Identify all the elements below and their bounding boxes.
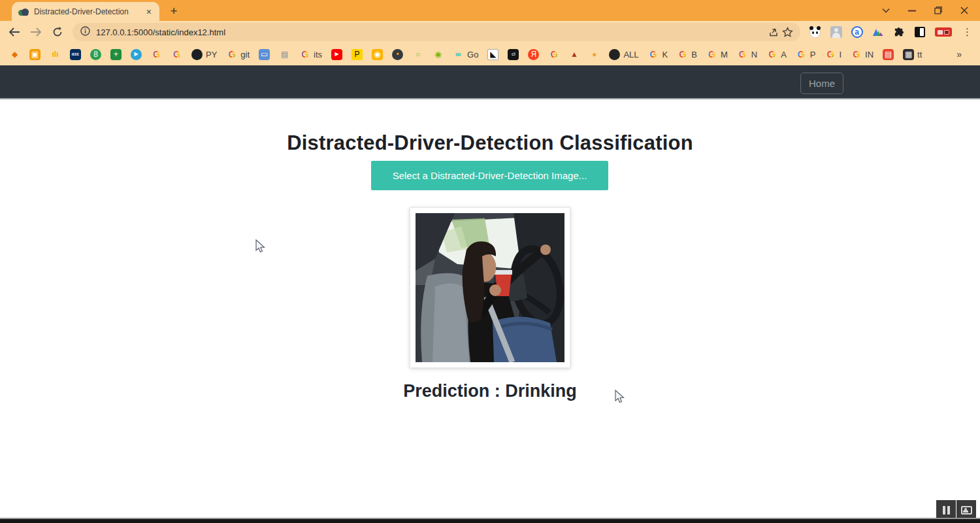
url-text[interactable]: 127.0.0.1:5000/static/index12.html [96, 27, 225, 37]
taskbar-edge [0, 518, 980, 523]
close-icon[interactable] [959, 5, 970, 16]
number8-icon: 8 [90, 49, 101, 60]
bookmark-item[interactable]: + [110, 49, 122, 60]
share-icon[interactable] [768, 25, 781, 39]
browser-tab[interactable]: Distracted-Driver-Detection × [12, 2, 159, 21]
bookmark-item[interactable]: GB [677, 49, 697, 60]
tab-close-icon[interactable]: × [144, 7, 154, 17]
bookmark-item[interactable]: ▶ [331, 49, 342, 60]
driver-drinking-photo [410, 207, 570, 368]
bookmark-item[interactable]: GP [796, 49, 816, 60]
bookmark-item[interactable]: G [171, 49, 182, 60]
bookmark-item[interactable]: ▲ [568, 49, 580, 60]
docs-red-icon: ▤ [883, 49, 894, 60]
bookmark-item[interactable]: GN [737, 49, 757, 60]
bookmark-item[interactable]: ALL [609, 49, 638, 60]
new-tab-button[interactable]: + [166, 3, 182, 19]
ring-icon: ○ [412, 49, 423, 60]
ticker-icon[interactable] [934, 26, 953, 39]
minimize-icon[interactable] [907, 5, 917, 16]
bookmark-item[interactable]: ▤ [883, 49, 894, 60]
godaddy-icon: ∞ [453, 49, 464, 60]
bookmark-label: K [662, 50, 668, 59]
picture-in-picture-icon[interactable] [956, 500, 976, 520]
mouse-cursor [615, 390, 625, 404]
google-icon: G [151, 49, 162, 60]
bookmark-item[interactable]: ılı [50, 49, 61, 60]
parking-icon: P [351, 49, 363, 60]
forward-icon[interactable] [29, 25, 42, 39]
select-image-button[interactable]: Select a Distracted-Driver-Detection Ima… [371, 161, 608, 190]
bookmark-item[interactable]: ▦tt [903, 49, 922, 60]
bookmark-item[interactable]: ○ [412, 49, 423, 60]
bookmark-item[interactable]: GM [706, 49, 728, 60]
printer-icon: ▤ [279, 49, 290, 60]
bookmark-label: tt [917, 50, 922, 59]
bookmark-item[interactable]: ▤ [279, 49, 290, 60]
bookmark-item[interactable]: G [548, 49, 559, 60]
bookmark-item[interactable]: 8 [90, 49, 101, 60]
page-title: Distracted-Driver-Detection Classificati… [0, 131, 980, 155]
goose-icon: ◣ [487, 49, 498, 60]
telegram-icon: ▶ [131, 49, 142, 60]
bookmarks-overflow-icon[interactable]: » [956, 49, 962, 59]
bookmark-item[interactable]: ◣ [487, 49, 498, 60]
panda-icon[interactable] [809, 26, 821, 39]
address-bar[interactable]: 127.0.0.1:5000/static/index12.html [73, 23, 800, 41]
browser-titlebar: Distracted-Driver-Detection × + [0, 0, 980, 21]
google-icon: G [825, 49, 836, 60]
snack-icon: ● [589, 49, 600, 60]
chevron-down-icon[interactable] [881, 5, 891, 16]
bookmark-item[interactable]: G [151, 49, 162, 60]
google-icon: G [737, 49, 748, 60]
menu-icon[interactable]: ⋮ [961, 26, 973, 39]
a-icon[interactable]: a [851, 26, 863, 39]
bookmark-item[interactable]: Ggit [226, 49, 250, 60]
bookmark-item[interactable]: ▶ [131, 49, 142, 60]
bookmark-label: M [721, 50, 728, 59]
bookmark-label: PY [206, 50, 217, 59]
bookmark-label: git [240, 50, 250, 59]
bookmark-label: ALL [623, 50, 638, 59]
matlab-icon: ▲ [568, 49, 580, 60]
bookmark-label: its [314, 50, 322, 59]
bookmark-label: N [751, 50, 757, 59]
profile-icon[interactable] [830, 26, 842, 39]
bookmark-item[interactable]: Я [528, 49, 539, 60]
histogram-icon[interactable] [872, 26, 884, 39]
pause-icon[interactable] [936, 500, 956, 520]
globe-icon [609, 49, 620, 60]
bookmark-item[interactable]: IEEE [70, 49, 81, 60]
bookmark-item[interactable]: cl [508, 49, 519, 60]
bookmark-item[interactable]: ▭ [259, 49, 270, 60]
bookmark-item[interactable]: ● [589, 49, 600, 60]
github-icon [191, 49, 203, 60]
bookmark-label: IN [865, 50, 874, 59]
browser-toolbar: 127.0.0.1:5000/static/index12.html a ⋮ [0, 21, 980, 43]
bookmark-item[interactable]: GIN [851, 49, 874, 60]
bookmark-item[interactable]: PY [191, 49, 217, 60]
bookmark-label: A [781, 50, 787, 59]
bookmark-item[interactable]: ◉ [433, 49, 444, 60]
bookmark-item[interactable]: P [351, 49, 363, 60]
home-button[interactable]: Home [800, 73, 843, 94]
bookmark-item[interactable]: Gits [299, 49, 322, 60]
bookmark-item[interactable]: GA [766, 49, 787, 60]
bookmark-item[interactable]: ◆ [9, 49, 20, 60]
google-icon: G [299, 49, 310, 60]
bookmark-item[interactable]: ∞Go [453, 49, 478, 60]
back-icon[interactable] [8, 25, 21, 39]
bookmark-item[interactable]: ◉ [372, 49, 383, 60]
side-panel-icon[interactable] [913, 26, 926, 39]
reload-icon[interactable] [51, 25, 64, 39]
bookmark-item[interactable]: GI [825, 49, 841, 60]
info-icon[interactable] [80, 26, 90, 39]
puzzle-icon[interactable] [892, 26, 905, 39]
bookmark-item[interactable]: ▣ [29, 49, 41, 60]
maximize-icon[interactable] [933, 5, 943, 16]
orange-app-icon: ▣ [29, 49, 41, 60]
star-icon[interactable] [781, 25, 794, 39]
bookmark-item[interactable]: GK [648, 49, 668, 60]
bookmark-item[interactable]: • [392, 49, 403, 60]
recorder-overlay [936, 500, 976, 520]
